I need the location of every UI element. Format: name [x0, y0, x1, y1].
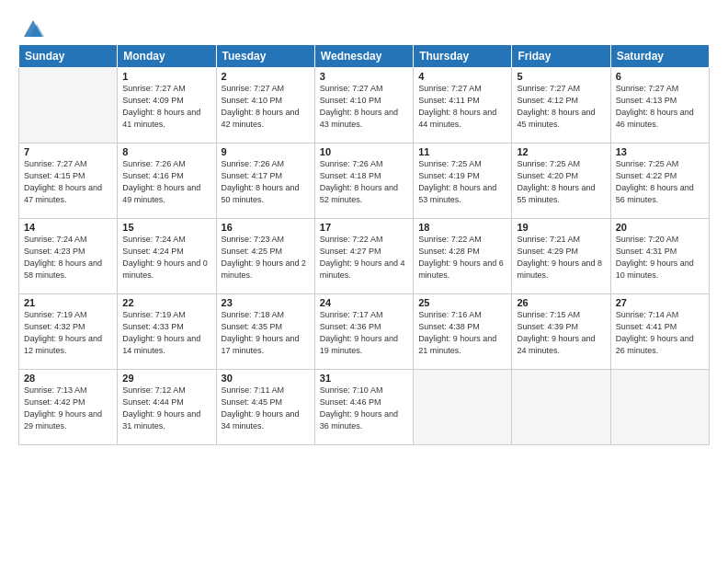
day-number: 25	[418, 297, 506, 308]
day-info: Sunrise: 7:27 AMSunset: 4:11 PMDaylight:…	[418, 83, 506, 131]
day-number: 15	[122, 222, 210, 233]
day-info: Sunrise: 7:11 AMSunset: 4:45 PMDaylight:…	[222, 385, 310, 432]
day-info: Sunrise: 7:12 AMSunset: 4:44 PMDaylight:…	[122, 385, 210, 432]
calendar-cell	[512, 370, 610, 445]
day-number: 27	[616, 297, 704, 308]
day-info: Sunrise: 7:25 AMSunset: 4:20 PMDaylight:…	[517, 158, 605, 206]
day-number: 7	[24, 146, 112, 157]
calendar-week-3: 14Sunrise: 7:24 AMSunset: 4:23 PMDayligh…	[19, 219, 710, 294]
day-info: Sunrise: 7:27 AMSunset: 4:15 PMDaylight:…	[24, 158, 112, 206]
calendar-header-saturday: Saturday	[610, 45, 709, 68]
day-number: 20	[616, 222, 704, 233]
day-info: Sunrise: 7:10 AMSunset: 4:46 PMDaylight:…	[320, 385, 408, 432]
day-info: Sunrise: 7:17 AMSunset: 4:36 PMDaylight:…	[320, 309, 408, 357]
calendar-week-2: 7Sunrise: 7:27 AMSunset: 4:15 PMDaylight…	[19, 144, 710, 219]
calendar-cell: 5Sunrise: 7:27 AMSunset: 4:12 PMDaylight…	[512, 68, 610, 144]
day-number: 29	[122, 373, 210, 384]
calendar-cell: 7Sunrise: 7:27 AMSunset: 4:15 PMDaylight…	[19, 144, 118, 219]
day-number: 31	[320, 373, 408, 384]
day-info: Sunrise: 7:14 AMSunset: 4:41 PMDaylight:…	[616, 309, 704, 357]
day-info: Sunrise: 7:26 AMSunset: 4:17 PMDaylight:…	[222, 158, 310, 206]
day-number: 10	[320, 146, 408, 157]
day-number: 16	[222, 222, 310, 233]
page: SundayMondayTuesdayWednesdayThursdayFrid…	[0, 0, 728, 454]
calendar-cell: 1Sunrise: 7:27 AMSunset: 4:09 PMDaylight…	[118, 68, 216, 144]
logo-icon	[20, 15, 46, 40]
calendar-cell	[414, 370, 512, 445]
calendar-header-sunday: Sunday	[19, 45, 118, 68]
calendar-cell: 8Sunrise: 7:26 AMSunset: 4:16 PMDaylight…	[118, 144, 216, 219]
calendar-week-5: 28Sunrise: 7:13 AMSunset: 4:42 PMDayligh…	[19, 370, 710, 445]
day-info: Sunrise: 7:27 AMSunset: 4:10 PMDaylight:…	[320, 83, 408, 131]
day-info: Sunrise: 7:26 AMSunset: 4:16 PMDaylight:…	[122, 158, 210, 206]
calendar-header-friday: Friday	[512, 45, 610, 68]
day-number: 1	[122, 71, 210, 82]
day-info: Sunrise: 7:15 AMSunset: 4:39 PMDaylight:…	[517, 309, 605, 357]
calendar-cell: 26Sunrise: 7:15 AMSunset: 4:39 PMDayligh…	[512, 294, 610, 370]
day-number: 12	[517, 146, 605, 157]
calendar-cell: 11Sunrise: 7:25 AMSunset: 4:19 PMDayligh…	[414, 144, 512, 219]
calendar-cell: 17Sunrise: 7:22 AMSunset: 4:27 PMDayligh…	[314, 219, 413, 294]
calendar-header-thursday: Thursday	[414, 45, 512, 68]
day-number: 22	[122, 297, 210, 308]
day-info: Sunrise: 7:27 AMSunset: 4:09 PMDaylight:…	[122, 83, 210, 131]
calendar-week-4: 21Sunrise: 7:19 AMSunset: 4:32 PMDayligh…	[19, 294, 710, 370]
day-info: Sunrise: 7:27 AMSunset: 4:13 PMDaylight:…	[616, 83, 704, 131]
day-info: Sunrise: 7:24 AMSunset: 4:23 PMDaylight:…	[24, 234, 112, 282]
day-info: Sunrise: 7:13 AMSunset: 4:42 PMDaylight:…	[24, 385, 112, 432]
calendar-header-tuesday: Tuesday	[216, 45, 314, 68]
calendar-cell: 31Sunrise: 7:10 AMSunset: 4:46 PMDayligh…	[314, 370, 413, 445]
calendar-header-row: SundayMondayTuesdayWednesdayThursdayFrid…	[19, 45, 710, 68]
calendar-cell: 29Sunrise: 7:12 AMSunset: 4:44 PMDayligh…	[118, 370, 216, 445]
day-info: Sunrise: 7:26 AMSunset: 4:18 PMDaylight:…	[320, 158, 408, 206]
day-info: Sunrise: 7:24 AMSunset: 4:24 PMDaylight:…	[122, 234, 210, 282]
day-info: Sunrise: 7:25 AMSunset: 4:22 PMDaylight:…	[616, 158, 704, 206]
day-number: 19	[517, 222, 605, 233]
calendar-cell: 9Sunrise: 7:26 AMSunset: 4:17 PMDaylight…	[216, 144, 314, 219]
calendar-header-wednesday: Wednesday	[314, 45, 413, 68]
day-number: 30	[222, 373, 310, 384]
day-number: 18	[418, 222, 506, 233]
calendar-cell: 30Sunrise: 7:11 AMSunset: 4:45 PMDayligh…	[216, 370, 314, 445]
calendar-cell: 24Sunrise: 7:17 AMSunset: 4:36 PMDayligh…	[314, 294, 413, 370]
day-number: 2	[222, 71, 310, 82]
calendar-cell: 21Sunrise: 7:19 AMSunset: 4:32 PMDayligh…	[19, 294, 118, 370]
day-info: Sunrise: 7:25 AMSunset: 4:19 PMDaylight:…	[418, 158, 506, 206]
day-info: Sunrise: 7:22 AMSunset: 4:27 PMDaylight:…	[320, 234, 408, 282]
calendar-cell: 13Sunrise: 7:25 AMSunset: 4:22 PMDayligh…	[610, 144, 709, 219]
calendar-cell: 25Sunrise: 7:16 AMSunset: 4:38 PMDayligh…	[414, 294, 512, 370]
day-number: 4	[418, 71, 506, 82]
day-number: 5	[517, 71, 605, 82]
calendar-cell: 4Sunrise: 7:27 AMSunset: 4:11 PMDaylight…	[414, 68, 512, 144]
calendar-cell: 10Sunrise: 7:26 AMSunset: 4:18 PMDayligh…	[314, 144, 413, 219]
calendar-cell: 14Sunrise: 7:24 AMSunset: 4:23 PMDayligh…	[19, 219, 118, 294]
day-number: 14	[24, 222, 112, 233]
calendar-cell	[610, 370, 709, 445]
calendar-cell: 23Sunrise: 7:18 AMSunset: 4:35 PMDayligh…	[216, 294, 314, 370]
day-info: Sunrise: 7:20 AMSunset: 4:31 PMDaylight:…	[616, 234, 704, 282]
day-number: 17	[320, 222, 408, 233]
calendar-week-1: 1Sunrise: 7:27 AMSunset: 4:09 PMDaylight…	[19, 68, 710, 144]
day-number: 3	[320, 71, 408, 82]
calendar-cell: 27Sunrise: 7:14 AMSunset: 4:41 PMDayligh…	[610, 294, 709, 370]
logo	[18, 15, 46, 37]
day-info: Sunrise: 7:19 AMSunset: 4:32 PMDaylight:…	[24, 309, 112, 357]
day-info: Sunrise: 7:22 AMSunset: 4:28 PMDaylight:…	[418, 234, 506, 282]
day-info: Sunrise: 7:23 AMSunset: 4:25 PMDaylight:…	[222, 234, 310, 282]
day-number: 28	[24, 373, 112, 384]
header	[18, 15, 710, 37]
day-number: 9	[222, 146, 310, 157]
calendar-cell: 16Sunrise: 7:23 AMSunset: 4:25 PMDayligh…	[216, 219, 314, 294]
day-number: 11	[418, 146, 506, 157]
calendar-cell: 28Sunrise: 7:13 AMSunset: 4:42 PMDayligh…	[19, 370, 118, 445]
day-number: 26	[517, 297, 605, 308]
calendar-cell: 18Sunrise: 7:22 AMSunset: 4:28 PMDayligh…	[414, 219, 512, 294]
calendar-cell	[19, 68, 118, 144]
calendar-cell: 22Sunrise: 7:19 AMSunset: 4:33 PMDayligh…	[118, 294, 216, 370]
calendar-cell: 3Sunrise: 7:27 AMSunset: 4:10 PMDaylight…	[314, 68, 413, 144]
calendar-cell: 2Sunrise: 7:27 AMSunset: 4:10 PMDaylight…	[216, 68, 314, 144]
day-info: Sunrise: 7:19 AMSunset: 4:33 PMDaylight:…	[122, 309, 210, 357]
calendar-cell: 12Sunrise: 7:25 AMSunset: 4:20 PMDayligh…	[512, 144, 610, 219]
calendar-cell: 20Sunrise: 7:20 AMSunset: 4:31 PMDayligh…	[610, 219, 709, 294]
day-number: 23	[222, 297, 310, 308]
